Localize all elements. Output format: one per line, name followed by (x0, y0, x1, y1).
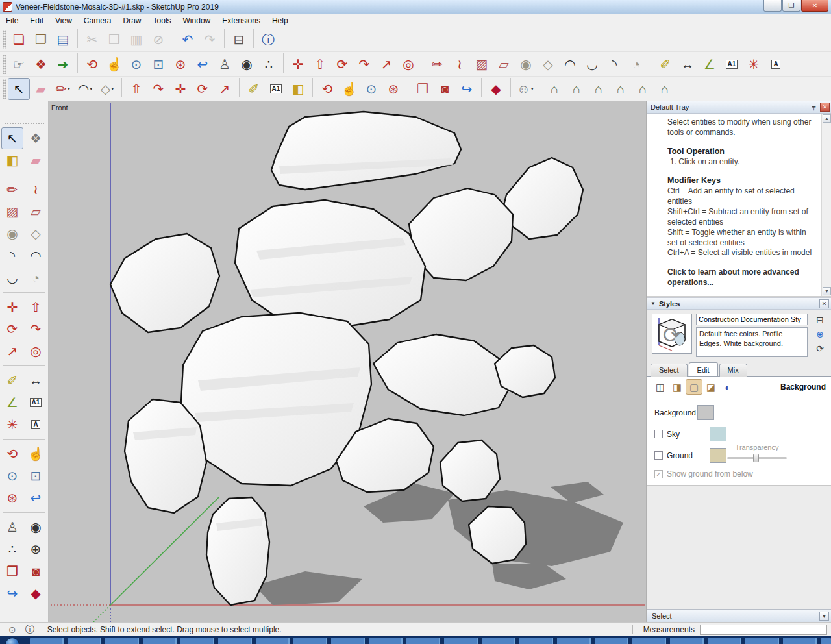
show-ground-checkbox[interactable] (654, 470, 663, 478)
sky-checkbox[interactable] (654, 430, 663, 438)
text-button[interactable]: A1 (265, 78, 287, 100)
paint-bucket-button[interactable]: ◧ (287, 78, 309, 100)
erase-button[interactable]: ⊘ (147, 29, 169, 51)
push-pull-button[interactable]: ⇧ (25, 296, 47, 318)
polygon-button[interactable]: ◇ (25, 223, 47, 245)
extension-manager-button[interactable]: ◆ (485, 78, 507, 100)
orbit-button[interactable]: ⟲ (316, 78, 338, 100)
open-button[interactable]: ❐ (30, 29, 52, 51)
edge-settings-button[interactable]: ◫ (652, 379, 669, 395)
taskbar-app-buttons[interactable] (30, 638, 831, 644)
menu-extensions[interactable]: Extensions (216, 15, 266, 27)
undo-button[interactable]: ↶ (177, 29, 199, 51)
stone-11[interactable] (440, 440, 500, 501)
background-color-swatch[interactable] (697, 405, 714, 420)
stone-4[interactable] (235, 200, 425, 328)
zoom-button[interactable]: ⊙ (360, 78, 382, 100)
axes-button[interactable]: ✳ (743, 53, 765, 75)
model-info-button[interactable]: ⓘ (257, 29, 279, 51)
send-to-layout-button[interactable]: ↪ (456, 78, 478, 100)
rectangle-button[interactable]: ▨ (1, 201, 23, 223)
rotated-rectangle-button[interactable]: ▱ (493, 53, 515, 75)
send-to-layout-button[interactable]: ↪ (1, 582, 23, 604)
sky-color-swatch[interactable] (710, 427, 726, 441)
account-button[interactable]: ☺▾ (514, 78, 536, 100)
stone-1[interactable] (271, 112, 461, 190)
push-pull-button[interactable]: ⇧ (309, 53, 331, 75)
stone-7[interactable] (373, 334, 512, 415)
tape-measure-button[interactable]: ✐ (1, 369, 23, 391)
background-settings-button[interactable]: ▢ (686, 379, 702, 395)
slider-thumb[interactable] (753, 454, 759, 462)
look-around-button[interactable]: ◉ (25, 516, 47, 538)
zoom-previous-button[interactable]: ↩ (25, 487, 47, 509)
position-camera-button[interactable]: ♙ (1, 516, 23, 538)
tape-measure-button[interactable]: ✐ (654, 53, 676, 75)
move-button[interactable]: ✛ (287, 53, 309, 75)
advanced-operations-link[interactable]: Click to learn about more advanced opera… (667, 267, 817, 288)
zoom-window-button[interactable]: ⊡ (147, 53, 169, 75)
view-iso-button[interactable]: ⌂ (543, 78, 565, 100)
orbit-button[interactable]: ⟲ (81, 53, 103, 75)
stone-5[interactable] (110, 234, 219, 332)
geolocation-icon[interactable]: ⊙ (8, 625, 16, 635)
zoom-button[interactable]: ⊙ (125, 53, 147, 75)
arc-button[interactable]: ◝ (1, 245, 23, 267)
scroll-down-icon[interactable]: ▼ (823, 287, 831, 295)
redo-button[interactable]: ↷ (199, 29, 221, 51)
face-settings-button[interactable]: ◨ (669, 379, 686, 395)
model-viewport[interactable]: Front (49, 101, 646, 622)
three-d-text-button[interactable]: A (25, 414, 47, 436)
new-button[interactable]: ❏ (8, 29, 30, 51)
zoom-extents-button[interactable]: ⊛ (1, 487, 23, 509)
modeling-settings-button[interactable]: ◐ (719, 379, 736, 395)
interact-button[interactable]: ☞ (8, 53, 30, 75)
measurements-input[interactable] (700, 625, 827, 635)
two-point-arc-button[interactable]: ◠ (559, 53, 581, 75)
axes-button[interactable]: ✳ (1, 414, 23, 436)
view-top-button[interactable]: ⌂ (565, 78, 588, 100)
zoom-button[interactable]: ⊙ (1, 465, 23, 487)
instructor-scrollbar[interactable]: ▲ ▼ (821, 114, 831, 296)
ground-color-swatch[interactable] (710, 448, 726, 463)
three-d-warehouse-button[interactable]: ❒ (412, 78, 434, 100)
model-canvas[interactable] (49, 101, 646, 622)
windows-taskbar[interactable] (0, 636, 831, 644)
look-around-button[interactable]: ◉ (236, 53, 258, 75)
protractor-button[interactable]: ∠ (1, 391, 23, 414)
stone-12[interactable] (206, 497, 269, 605)
move-button[interactable]: ✛ (169, 78, 192, 100)
position-camera-button[interactable]: ♙ (214, 53, 236, 75)
orbit-button[interactable]: ⟲ (1, 443, 23, 465)
start-button-icon[interactable] (5, 638, 19, 644)
arc-button[interactable]: ◠▾ (74, 78, 96, 100)
zoom-window-button[interactable]: ⊡ (25, 465, 47, 487)
component-options-button[interactable]: ❖ (30, 53, 52, 75)
two-point-arc-button[interactable]: ◠ (25, 245, 47, 267)
eraser-button[interactable]: ▰ (25, 149, 47, 171)
freehand-button[interactable]: ≀ (449, 53, 471, 75)
extension-manager-button[interactable]: ◆ (25, 582, 47, 604)
menu-window[interactable]: Window (177, 15, 217, 27)
tab-mix[interactable]: Mix (719, 364, 747, 377)
styles-panel-header[interactable]: ▼ Styles ✕ (647, 297, 831, 310)
eraser-button[interactable]: ▰ (30, 78, 52, 100)
print-button[interactable]: ⊟ (228, 29, 250, 51)
toolbar-grip[interactable] (3, 79, 6, 99)
rotate-button[interactable]: ⟳ (1, 318, 23, 340)
cut-button[interactable]: ✂ (81, 29, 103, 51)
menu-edit[interactable]: Edit (24, 15, 49, 27)
text-button[interactable]: A1 (721, 53, 743, 75)
follow-me-button[interactable]: ↷ (147, 78, 169, 100)
protractor-button[interactable]: ∠ (699, 53, 721, 75)
scroll-up-icon[interactable]: ▲ (823, 114, 831, 123)
line-button[interactable]: ✏ (1, 179, 23, 201)
pie-button[interactable]: ◔ (625, 53, 647, 75)
select-button[interactable]: ↖ (1, 127, 23, 149)
offset-button[interactable]: ◎ (397, 53, 419, 75)
tab-select[interactable]: Select (651, 364, 688, 377)
component-attributes-button[interactable]: ➔ (52, 53, 74, 75)
close-button[interactable]: ✕ (801, 0, 828, 12)
select-button[interactable]: ↖ (8, 78, 30, 100)
styles-close-button[interactable]: ✕ (819, 299, 829, 308)
